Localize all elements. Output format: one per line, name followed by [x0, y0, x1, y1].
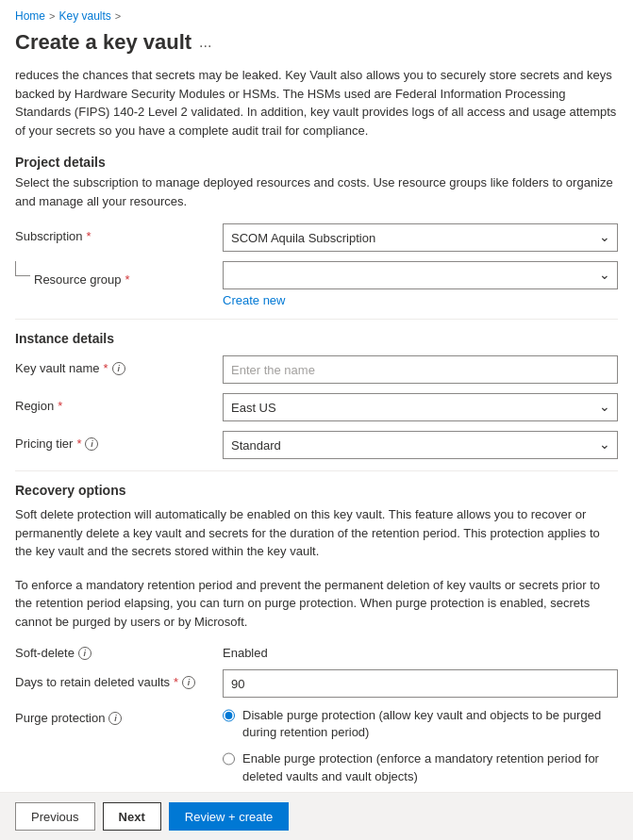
- days-retain-group: Days to retain deleted vaults * i: [15, 669, 618, 698]
- breadcrumb-separator-2: >: [115, 10, 121, 22]
- soft-delete-value: Enabled: [223, 646, 268, 660]
- purge-radio-disable-option: Disable purge protection (allow key vaul…: [223, 707, 618, 741]
- region-label: Region *: [15, 393, 223, 413]
- pricing-tier-group: Pricing tier * i Standard: [15, 431, 618, 459]
- days-retain-input-area: [223, 669, 618, 698]
- recovery-desc-1: Soft delete protection will automaticall…: [15, 505, 618, 561]
- purge-radio-group: Disable purge protection (allow key vaul…: [223, 707, 618, 785]
- breadcrumb: Home > Key vaults >: [0, 0, 633, 26]
- resource-group-label-area: Resource group *: [15, 261, 223, 287]
- purge-label: Purge protection i: [15, 707, 223, 725]
- breadcrumb-keyvaults[interactable]: Key vaults: [58, 9, 110, 23]
- divider-2: [15, 470, 618, 471]
- purge-radio-disable[interactable]: [223, 709, 235, 722]
- soft-delete-label: Soft-delete i: [15, 646, 223, 660]
- region-select-wrapper: East US: [223, 393, 618, 421]
- keyvault-name-required: *: [104, 361, 108, 375]
- keyvault-name-group: Key vault name * i: [15, 355, 618, 384]
- subscription-label: Subscription *: [15, 223, 223, 243]
- project-details-desc: Select the subscription to manage deploy…: [15, 173, 618, 210]
- resource-group-group: Resource group * Create new: [15, 261, 618, 307]
- resource-group-input-area: Create new: [223, 261, 618, 307]
- breadcrumb-home[interactable]: Home: [15, 9, 45, 23]
- next-button[interactable]: Next: [103, 802, 161, 831]
- keyvault-name-info-icon[interactable]: i: [112, 362, 125, 375]
- region-select[interactable]: East US: [223, 393, 618, 421]
- description-text: reduces the chances that secrets may be …: [15, 66, 618, 140]
- resource-group-label: Resource group *: [34, 267, 242, 287]
- review-create-button[interactable]: Review + create: [169, 802, 290, 831]
- days-retain-info-icon[interactable]: i: [182, 676, 195, 689]
- breadcrumb-separator-1: >: [49, 10, 55, 22]
- page-title: Create a key vault: [15, 30, 192, 55]
- subscription-input-area: SCOM Aquila Subscription: [223, 223, 618, 252]
- purge-radio-enable-option: Enable purge protection (enforce a manda…: [223, 750, 618, 784]
- pricing-tier-input-area: Standard: [223, 431, 618, 459]
- project-details-title: Project details: [15, 155, 618, 170]
- pricing-tier-info-icon[interactable]: i: [85, 437, 98, 451]
- recovery-desc-2: To enforce a mandatory retention period …: [15, 576, 618, 632]
- purge-info-icon[interactable]: i: [108, 712, 122, 725]
- soft-delete-info-icon[interactable]: i: [78, 647, 92, 660]
- subscription-group: Subscription * SCOM Aquila Subscription: [15, 223, 618, 252]
- resource-group-required: *: [125, 272, 130, 287]
- purge-radio-enable-label: Enable purge protection (enforce a manda…: [242, 750, 618, 784]
- days-retain-required: *: [174, 675, 178, 689]
- resource-group-select-wrapper: [223, 261, 618, 289]
- subscription-select-wrapper: SCOM Aquila Subscription: [223, 223, 618, 252]
- soft-delete-group: Soft-delete i Enabled: [15, 646, 618, 660]
- create-new-link[interactable]: Create new: [223, 293, 618, 307]
- purge-radio-disable-label: Disable purge protection (allow key vaul…: [242, 707, 618, 741]
- divider-1: [15, 319, 618, 320]
- rg-indent: [15, 261, 30, 276]
- days-retain-label: Days to retain deleted vaults * i: [15, 669, 223, 689]
- page-header: Create a key vault ...: [0, 26, 633, 66]
- previous-button[interactable]: Previous: [15, 802, 95, 831]
- keyvault-name-input[interactable]: [223, 355, 618, 384]
- purge-radio-enable[interactable]: [223, 752, 235, 766]
- days-retain-input[interactable]: [223, 669, 618, 698]
- pricing-tier-select[interactable]: Standard: [223, 431, 618, 459]
- recovery-options-title: Recovery options: [15, 483, 618, 498]
- pricing-tier-required: *: [76, 436, 81, 451]
- keyvault-name-input-area: [223, 355, 618, 384]
- pricing-tier-label: Pricing tier * i: [15, 431, 223, 451]
- instance-details-title: Instance details: [15, 331, 618, 346]
- pricing-tier-select-wrapper: Standard: [223, 431, 618, 459]
- region-group: Region * East US: [15, 393, 618, 421]
- subscription-required: *: [87, 229, 92, 243]
- subscription-select[interactable]: SCOM Aquila Subscription: [223, 223, 618, 252]
- purge-protection-group: Purge protection i Disable purge protect…: [15, 707, 618, 785]
- resource-group-select[interactable]: [223, 261, 618, 289]
- keyvault-name-label: Key vault name * i: [15, 355, 223, 375]
- region-required: *: [58, 399, 62, 413]
- footer: Previous Next Review + create: [0, 792, 633, 840]
- region-input-area: East US: [223, 393, 618, 421]
- more-options-icon[interactable]: ...: [199, 34, 211, 51]
